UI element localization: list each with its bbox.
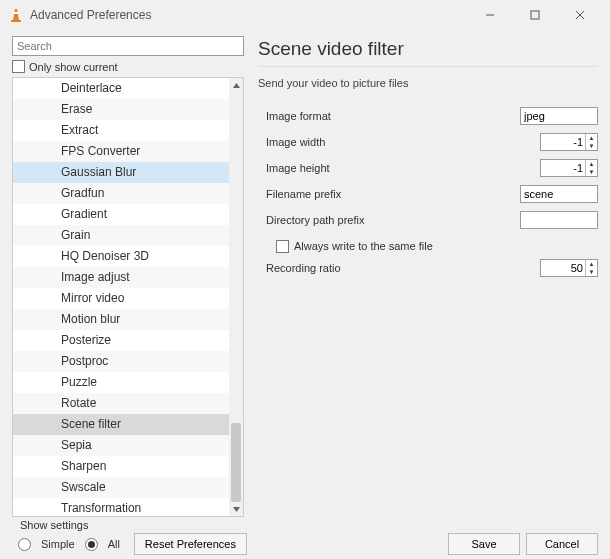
cancel-button[interactable]: Cancel xyxy=(526,533,598,555)
filename-prefix-label: Filename prefix xyxy=(258,188,520,200)
panel-subtitle: Send your video to picture files xyxy=(258,77,598,89)
footer-bar: Show settings Simple All Reset Preferenc… xyxy=(0,517,610,559)
vlc-cone-icon xyxy=(8,7,24,23)
preferences-tree: DeinterlaceEraseExtractFPS ConverterGaus… xyxy=(12,77,244,517)
svg-rect-4 xyxy=(531,11,539,19)
tree-item[interactable]: Scene filter xyxy=(13,414,229,435)
spin-up-icon[interactable]: ▲ xyxy=(586,134,597,142)
svg-rect-1 xyxy=(14,12,19,14)
tree-item[interactable]: Postproc xyxy=(13,351,229,372)
svg-rect-2 xyxy=(11,20,21,22)
image-height-value: -1 xyxy=(541,160,585,176)
all-radio-label: All xyxy=(108,538,120,550)
tree-item[interactable]: Rotate xyxy=(13,393,229,414)
tree-item[interactable]: Image adjust xyxy=(13,267,229,288)
tree-item[interactable]: Puzzle xyxy=(13,372,229,393)
dir-prefix-input[interactable] xyxy=(520,211,598,229)
filename-prefix-input[interactable] xyxy=(520,185,598,203)
simple-radio-label: Simple xyxy=(41,538,75,550)
minimize-button[interactable] xyxy=(467,1,512,29)
spin-up-icon[interactable]: ▲ xyxy=(586,260,597,268)
spin-down-icon[interactable]: ▼ xyxy=(586,268,597,276)
tree-list[interactable]: DeinterlaceEraseExtractFPS ConverterGaus… xyxy=(13,78,229,516)
simple-radio[interactable] xyxy=(18,538,31,551)
maximize-button[interactable] xyxy=(512,1,557,29)
tree-item[interactable]: Grain xyxy=(13,225,229,246)
tree-scrollbar[interactable] xyxy=(229,78,243,516)
spin-down-icon[interactable]: ▼ xyxy=(586,168,597,176)
window-title: Advanced Preferences xyxy=(30,8,467,22)
spin-down-icon[interactable]: ▼ xyxy=(586,142,597,150)
panel-title: Scene video filter xyxy=(258,38,598,60)
svg-marker-8 xyxy=(233,507,240,512)
always-write-label: Always write to the same file xyxy=(294,240,433,252)
tree-item[interactable]: Deinterlace xyxy=(13,78,229,99)
close-button[interactable] xyxy=(557,1,602,29)
tree-item[interactable]: Gradient xyxy=(13,204,229,225)
scroll-thumb[interactable] xyxy=(231,423,241,502)
image-width-spinner[interactable]: -1 ▲▼ xyxy=(540,133,598,151)
panel-divider xyxy=(258,66,598,67)
tree-item[interactable]: Gradfun xyxy=(13,183,229,204)
tree-item[interactable]: HQ Denoiser 3D xyxy=(13,246,229,267)
always-write-checkbox[interactable] xyxy=(276,240,289,253)
tree-item[interactable]: Sepia xyxy=(13,435,229,456)
tree-item[interactable]: FPS Converter xyxy=(13,141,229,162)
recording-ratio-spinner[interactable]: 50 ▲▼ xyxy=(540,259,598,277)
recording-ratio-label: Recording ratio xyxy=(258,262,540,274)
show-settings-label: Show settings xyxy=(20,519,88,531)
image-width-label: Image width xyxy=(258,136,540,148)
tree-item[interactable]: Mirror video xyxy=(13,288,229,309)
title-bar: Advanced Preferences xyxy=(0,0,610,30)
image-width-value: -1 xyxy=(541,134,585,150)
tree-item[interactable]: Posterize xyxy=(13,330,229,351)
image-height-spinner[interactable]: -1 ▲▼ xyxy=(540,159,598,177)
tree-item[interactable]: Sharpen xyxy=(13,456,229,477)
only-current-label: Only show current xyxy=(29,61,118,73)
tree-item[interactable]: Extract xyxy=(13,120,229,141)
reset-preferences-button[interactable]: Reset Preferences xyxy=(134,533,247,555)
save-button[interactable]: Save xyxy=(448,533,520,555)
dir-prefix-label: Directory path prefix xyxy=(258,214,520,226)
svg-marker-7 xyxy=(233,83,240,88)
svg-marker-0 xyxy=(13,9,19,20)
scroll-up-icon[interactable] xyxy=(229,78,243,92)
all-radio[interactable] xyxy=(85,538,98,551)
spin-up-icon[interactable]: ▲ xyxy=(586,160,597,168)
tree-item[interactable]: Swscale xyxy=(13,477,229,498)
image-format-label: Image format xyxy=(258,110,520,122)
tree-item[interactable]: Transformation xyxy=(13,498,229,516)
image-height-label: Image height xyxy=(258,162,540,174)
tree-item[interactable]: Motion blur xyxy=(13,309,229,330)
scroll-down-icon[interactable] xyxy=(229,502,243,516)
image-format-input[interactable] xyxy=(520,107,598,125)
tree-item[interactable]: Erase xyxy=(13,99,229,120)
recording-ratio-value: 50 xyxy=(541,260,585,276)
only-current-checkbox[interactable] xyxy=(12,60,25,73)
tree-item[interactable]: Gaussian Blur xyxy=(13,162,229,183)
search-input[interactable] xyxy=(12,36,244,56)
